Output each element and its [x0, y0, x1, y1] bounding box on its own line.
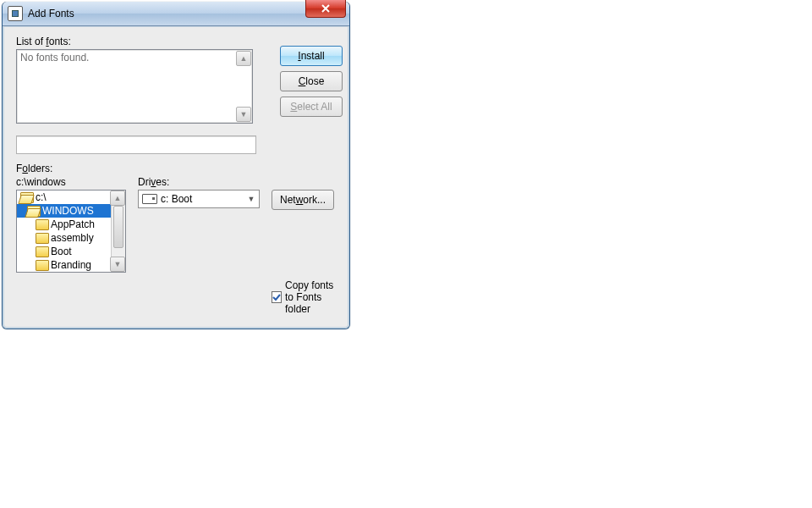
client-area: List of fonts: No fonts found. ▲ ▼ Insta… — [3, 26, 349, 329]
drives-selected: c: Boot — [161, 193, 192, 205]
folder-item[interactable]: AppPatch — [17, 218, 125, 231]
install-button[interactable]: Install — [280, 46, 343, 66]
folder-item[interactable]: c:\ — [17, 190, 125, 204]
font-path-display — [16, 135, 256, 154]
app-icon — [8, 6, 23, 21]
folder-icon — [36, 260, 49, 271]
close-window-button[interactable] — [305, 0, 346, 18]
folder-item[interactable]: Boot — [17, 245, 125, 258]
list-of-fonts-label: List of fonts: — [16, 36, 256, 47]
close-button[interactable]: Close — [280, 71, 343, 91]
close-icon — [321, 3, 331, 14]
folder-label: c:\ — [36, 191, 47, 203]
titlebar[interactable]: Add Fonts — [3, 2, 349, 26]
drive-icon — [142, 194, 157, 204]
folders-tree[interactable]: c:\WINDOWSAppPatchassemblyBootBranding ▲… — [16, 190, 126, 273]
folder-label: WINDOWS — [42, 205, 94, 217]
folder-label: AppPatch — [51, 218, 95, 230]
check-icon — [272, 293, 281, 301]
folder-label: assembly — [51, 232, 94, 244]
folder-icon — [27, 206, 41, 217]
tree-scroll-up[interactable]: ▲ — [110, 190, 125, 206]
folder-item[interactable]: Branding — [17, 258, 125, 272]
tree-scroll-down[interactable]: ▼ — [110, 257, 125, 272]
drives-combobox[interactable]: c: Boot ▼ — [138, 190, 260, 208]
scroll-down-button[interactable]: ▼ — [236, 107, 251, 122]
copy-fonts-label: Copy fonts to Fonts folder — [285, 279, 336, 315]
select-all-button[interactable]: Select All — [280, 97, 343, 117]
network-button[interactable]: Network... — [272, 190, 334, 210]
fonts-listbox[interactable]: No fonts found. ▲ ▼ — [16, 49, 253, 124]
chevron-down-icon: ▼ — [245, 192, 257, 206]
folder-icon — [36, 246, 49, 257]
folder-item[interactable]: assembly — [17, 231, 125, 245]
folder-icon — [36, 219, 49, 230]
window-title: Add Fonts — [28, 8, 74, 19]
current-path: c:\windows — [16, 176, 126, 188]
copy-fonts-checkbox[interactable] — [272, 291, 282, 303]
folder-item[interactable]: WINDOWS — [17, 204, 125, 218]
tree-scrollbar[interactable]: ▲ ▼ — [111, 190, 125, 272]
scroll-up-button[interactable]: ▲ — [236, 51, 251, 66]
add-fonts-dialog: Add Fonts List of fonts: No fonts found.… — [2, 2, 350, 329]
folder-icon — [36, 233, 49, 244]
folders-label: Folders: — [16, 163, 336, 174]
folder-label: Boot — [51, 246, 72, 257]
folder-label: Branding — [51, 259, 91, 271]
fonts-empty-text: No fonts found. — [20, 52, 89, 64]
drives-label: Drives: — [138, 176, 260, 188]
folder-icon — [20, 192, 34, 203]
tree-scroll-thumb[interactable] — [113, 206, 123, 248]
